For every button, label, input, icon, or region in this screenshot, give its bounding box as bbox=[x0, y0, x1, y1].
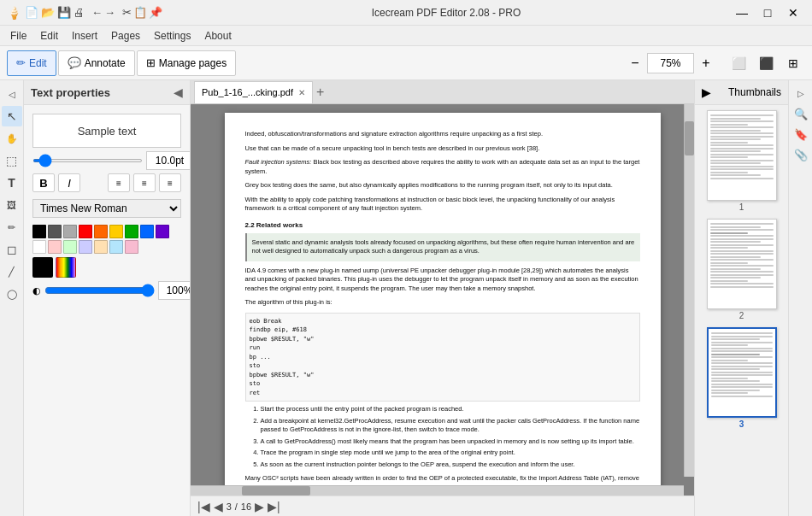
menu-about[interactable]: About bbox=[197, 28, 238, 44]
toolbar-icon-new[interactable]: 📄 bbox=[25, 6, 38, 19]
thumbnails-area: 1 bbox=[695, 105, 788, 516]
tool-line[interactable]: ╱ bbox=[2, 261, 22, 282]
tab-close-icon[interactable]: ✕ bbox=[298, 88, 305, 97]
maximize-button[interactable]: □ bbox=[756, 3, 780, 22]
color-skyblue[interactable] bbox=[109, 240, 123, 254]
pdf-para-1: Indeed, obfuscation/transformations and … bbox=[245, 130, 640, 139]
list-item-2: Add a breakpoint at kernel32.GetProcAddr… bbox=[261, 417, 640, 435]
color-green[interactable] bbox=[125, 225, 138, 238]
menu-file[interactable]: File bbox=[3, 28, 33, 44]
toolbar-view-icons: ⬜ ⬛ ⊞ bbox=[727, 51, 805, 75]
manage-pages-button[interactable]: ⊞ Manage pages bbox=[137, 50, 236, 76]
tool-text[interactable]: T bbox=[2, 173, 22, 193]
menu-edit[interactable]: Edit bbox=[33, 28, 65, 44]
title-bar-left: 🍦 📄 📂 💾 🖨 ← → ✂ 📋 📌 bbox=[7, 6, 162, 20]
zoom-input[interactable] bbox=[647, 53, 694, 73]
tool-hand[interactable]: ✋ bbox=[2, 128, 22, 149]
zoom-in-button[interactable]: + bbox=[696, 53, 716, 73]
font-family-select[interactable]: Times New Roman Arial Helvetica Courier … bbox=[32, 199, 181, 218]
color-lightorange[interactable] bbox=[94, 240, 108, 254]
right-search-btn[interactable]: 🔍 bbox=[791, 104, 810, 123]
thumbnail-1[interactable]: 1 bbox=[700, 110, 783, 212]
right-toggle-btn[interactable]: ▷ bbox=[791, 84, 810, 103]
scrollbar-thumb[interactable] bbox=[685, 121, 694, 155]
thumbnails-title: Thumbnails bbox=[728, 86, 781, 98]
opacity-input[interactable] bbox=[158, 281, 190, 300]
right-panel: ▶ Thumbnails bbox=[694, 80, 788, 516]
menu-settings[interactable]: Settings bbox=[147, 28, 197, 44]
nav-first-button[interactable]: |◀ bbox=[197, 500, 210, 513]
color-blue[interactable] bbox=[140, 225, 154, 238]
close-button[interactable]: ✕ bbox=[781, 3, 805, 22]
color-pink[interactable] bbox=[125, 240, 138, 254]
tool-pointer[interactable]: ↖ bbox=[2, 106, 22, 126]
tool-circle[interactable]: ◯ bbox=[2, 284, 22, 304]
menu-insert[interactable]: Insert bbox=[65, 28, 104, 44]
undo-icon[interactable]: ← bbox=[91, 6, 103, 19]
color-lightred[interactable] bbox=[48, 240, 62, 254]
color-purple[interactable] bbox=[156, 225, 169, 238]
tool-select[interactable]: ⬚ bbox=[2, 150, 22, 171]
tool-prev-btn[interactable]: ◁ bbox=[2, 84, 22, 104]
color-darkgray[interactable] bbox=[48, 225, 62, 238]
right-attach-btn[interactable]: 📎 bbox=[791, 145, 810, 164]
color-lightgreen[interactable] bbox=[63, 240, 77, 254]
list-item-5: As soon as the current instruction point… bbox=[261, 460, 640, 470]
tool-image[interactable]: 🖼 bbox=[2, 195, 22, 215]
color-lightblue[interactable] bbox=[79, 240, 92, 254]
tool-pen[interactable]: ✏ bbox=[2, 217, 22, 237]
color-red[interactable] bbox=[79, 225, 92, 238]
copy-icon[interactable]: 📋 bbox=[133, 6, 147, 19]
toolbar-icon-open[interactable]: 📂 bbox=[41, 6, 55, 19]
tool-shapes[interactable]: ◻ bbox=[2, 239, 22, 260]
redo-icon[interactable]: → bbox=[104, 6, 115, 19]
right-panel-toggle[interactable]: ▶ bbox=[702, 85, 711, 99]
minimize-button[interactable]: — bbox=[730, 3, 754, 22]
pdf-tab[interactable]: Pub_1-16_...cking.pdf ✕ bbox=[194, 81, 313, 103]
pdf-para-5: With the ability to apply code patching … bbox=[245, 196, 640, 214]
view-fit-icon[interactable]: ⊞ bbox=[781, 51, 805, 75]
font-size-input[interactable] bbox=[146, 151, 190, 170]
thumbnail-img-3 bbox=[707, 327, 777, 418]
toolbar-icon-save[interactable]: 💾 bbox=[57, 6, 71, 19]
view-single-icon[interactable]: ⬜ bbox=[727, 51, 750, 75]
nav-prev-button[interactable]: ◀ bbox=[214, 500, 223, 513]
thumbnail-2[interactable]: 2 bbox=[700, 219, 783, 320]
view-double-icon[interactable]: ⬛ bbox=[754, 51, 778, 75]
zoom-out-button[interactable]: − bbox=[625, 53, 645, 73]
edit-button[interactable]: ✏ Edit bbox=[7, 50, 56, 76]
pdf-highlighted: Several static and dynamic analysis tool… bbox=[245, 233, 640, 261]
pdf-scrollbar[interactable] bbox=[684, 104, 694, 477]
thumbnail-img-1 bbox=[707, 110, 777, 201]
pdf-area[interactable]: Indeed, obfuscation/transformations and … bbox=[191, 104, 694, 495]
italic-button[interactable]: I bbox=[58, 173, 80, 192]
color-yellow[interactable] bbox=[109, 225, 123, 238]
tab-add-button[interactable]: + bbox=[316, 85, 324, 100]
align-left-button[interactable]: ≡ bbox=[108, 173, 130, 192]
right-bookmark-btn[interactable]: 🔖 bbox=[791, 125, 810, 144]
paste-icon[interactable]: 📌 bbox=[149, 6, 162, 19]
bold-button[interactable]: B bbox=[32, 173, 55, 192]
thumbnail-3[interactable]: 3 bbox=[700, 327, 783, 429]
center-area: Pub_1-16_...cking.pdf ✕ + Indeed, obfusc… bbox=[191, 80, 694, 516]
color-large-black[interactable] bbox=[32, 257, 53, 278]
nav-next-button[interactable]: ▶ bbox=[255, 500, 264, 513]
color-palette bbox=[32, 225, 181, 254]
nav-last-button[interactable]: ▶| bbox=[268, 500, 280, 513]
toolbar-icon-print[interactable]: 🖨 bbox=[74, 6, 85, 19]
align-center-button[interactable]: ≡ bbox=[133, 173, 156, 192]
align-right-button[interactable]: ≡ bbox=[159, 173, 181, 192]
cut-icon[interactable]: ✂ bbox=[122, 6, 132, 19]
color-black[interactable] bbox=[32, 225, 46, 238]
color-large-rainbow[interactable] bbox=[56, 257, 76, 278]
panel-collapse-icon[interactable]: ◀ bbox=[174, 85, 183, 99]
color-white[interactable] bbox=[32, 240, 46, 254]
opacity-slider[interactable] bbox=[44, 284, 155, 297]
color-orange[interactable] bbox=[94, 225, 108, 238]
color-gray[interactable] bbox=[63, 225, 77, 238]
pdf-hscrollbar[interactable] bbox=[191, 485, 684, 495]
font-size-slider[interactable] bbox=[32, 159, 143, 162]
menu-pages[interactable]: Pages bbox=[104, 28, 147, 44]
hscrollbar-thumb[interactable] bbox=[242, 486, 310, 495]
annotate-button[interactable]: 💬 Annotate bbox=[58, 50, 135, 76]
